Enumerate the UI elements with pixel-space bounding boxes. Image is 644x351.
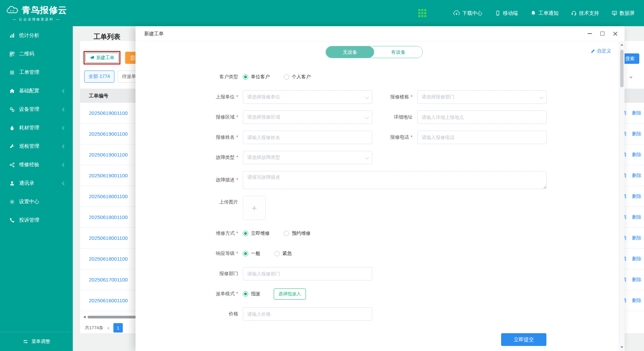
- order-number-link[interactable]: 20250618001100: [89, 256, 128, 262]
- nav-tech-support[interactable]: 技术支持: [571, 10, 599, 16]
- order-number-link[interactable]: 20250618001100: [89, 235, 128, 241]
- priority-radios: 一般 紧急: [243, 251, 547, 257]
- submit-button[interactable]: 立即提交: [501, 333, 546, 346]
- delete-link[interactable]: 删除: [632, 131, 641, 137]
- device-manage-icon: [9, 107, 15, 112]
- sidebar-item-work-orders[interactable]: 工单管理: [0, 63, 73, 82]
- app-logo[interactable]: 青鸟报修云 — 让企业维修更及时 —: [0, 4, 73, 22]
- sidebar-menu-adjust[interactable]: 菜单调整: [0, 332, 73, 351]
- scroll-down-icon[interactable]: [621, 346, 623, 348]
- delete-link[interactable]: 删除: [632, 110, 641, 116]
- chevron-left-icon: [62, 144, 66, 148]
- maximize-icon[interactable]: [600, 31, 605, 36]
- radio-unit-customer[interactable]: 单位客户: [243, 74, 270, 80]
- row-unit-building: 上报单位* 请选择报修单位 报修楼栋* 请选择报修部门: [136, 90, 625, 104]
- delete-link[interactable]: 删除: [632, 214, 641, 220]
- sidebar-item-base-config[interactable]: 基础配置: [0, 82, 73, 100]
- row-repair-mode: 维修方式* 立即维修 预约维修: [136, 227, 625, 240]
- upload-image-button[interactable]: +: [243, 196, 266, 220]
- order-number-link[interactable]: 20250617001100: [89, 277, 128, 282]
- reporter-phone-label: 报修电话*: [372, 134, 417, 140]
- sidebar-item-settings[interactable]: 设置中心: [0, 192, 73, 211]
- building-select[interactable]: 请选择报修部门: [417, 90, 547, 104]
- delete-link[interactable]: 删除: [632, 256, 641, 262]
- sidebar-item-device-manage[interactable]: 设备管理: [0, 100, 73, 119]
- sidebar-item-complaints[interactable]: 投诉管理: [0, 211, 73, 229]
- customize-link[interactable]: 自定义: [591, 48, 611, 54]
- filter-caret-icon[interactable]: [629, 77, 633, 79]
- modal-vertical-scrollbar[interactable]: [619, 41, 625, 351]
- nav-work-order-notify[interactable]: 工单通知: [531, 10, 558, 16]
- clipboard-icon: [130, 55, 136, 60]
- fault-type-label: 故障类型*: [136, 155, 243, 161]
- sidebar-item-qrcode[interactable]: 二维码: [0, 45, 73, 63]
- address-input[interactable]: [417, 111, 547, 124]
- department-input[interactable]: [243, 267, 372, 280]
- report-unit-select[interactable]: 请选择报修单位: [243, 90, 372, 104]
- fault-type-select[interactable]: 请选择故障类型: [243, 151, 372, 164]
- delete-link[interactable]: 删除: [632, 235, 641, 241]
- vertical-scroll-thumb[interactable]: [620, 50, 624, 87]
- order-number-link[interactable]: 20250619001100: [89, 110, 128, 116]
- new-order-label: 新建工单: [96, 55, 114, 61]
- scroll-up-icon[interactable]: [621, 44, 623, 46]
- reporter-phone-input[interactable]: [417, 131, 547, 144]
- delete-link[interactable]: 删除: [632, 152, 641, 158]
- radio-priority-urgent[interactable]: 紧急: [274, 251, 292, 257]
- new-order-button[interactable]: 新建工单: [85, 53, 119, 63]
- price-input[interactable]: [243, 307, 372, 321]
- order-number-link[interactable]: 20250619001100: [89, 152, 128, 158]
- customer-type-label: 客户类型: [136, 74, 243, 80]
- order-number-link[interactable]: 20250618001100: [89, 193, 128, 199]
- tab-with-device[interactable]: 有设备: [374, 46, 423, 58]
- order-number-link[interactable]: 20250616001100: [89, 298, 128, 303]
- radio-scheduled-repair[interactable]: 预约维修: [284, 230, 311, 236]
- row-dispatch-mode: 派单模式* 指派 选择指派人: [136, 287, 625, 301]
- pencil-icon: [591, 49, 595, 53]
- nav-label: 工单通知: [538, 10, 558, 16]
- radio-priority-normal[interactable]: 一般: [243, 251, 260, 257]
- radio-assign[interactable]: 指派: [243, 291, 260, 297]
- nav-data-screen[interactable]: 数据屏: [612, 10, 635, 16]
- new-order-form: 客户类型 单位客户 个人客户 上报单位* 请选择报修单位 报修楼栋* 请选择报修…: [136, 70, 625, 321]
- radio-label: 个人客户: [292, 74, 311, 80]
- sidebar-item-label: 设备管理: [19, 106, 58, 113]
- sidebar-item-consumables[interactable]: 耗材管理: [0, 119, 73, 137]
- mobile-icon: [495, 10, 500, 16]
- close-icon[interactable]: [612, 31, 618, 36]
- sidebar-item-experience[interactable]: 维修经验: [0, 156, 73, 174]
- delete-link[interactable]: 删除: [632, 173, 641, 179]
- device-toggle: 无设备 有设备: [326, 46, 423, 58]
- apps-grid-icon[interactable]: [418, 9, 426, 17]
- app-header: 青鸟报修云 — 让企业维修更及时 — 下载中心 移动端 工单通知 技术支持 数据…: [0, 0, 644, 26]
- row-name-phone: 报修姓名* 报修电话*: [136, 131, 625, 144]
- reporter-name-input[interactable]: [243, 131, 372, 144]
- scroll-left-icon[interactable]: [84, 316, 86, 318]
- choose-assignee-button[interactable]: 选择指派人: [274, 289, 306, 300]
- order-number-link[interactable]: 20250619001100: [89, 131, 128, 137]
- pagination-page-1[interactable]: 1: [113, 323, 123, 333]
- nav-download-center[interactable]: 下载中心: [453, 10, 482, 16]
- tech-support-icon: [571, 10, 577, 16]
- pagination-prev[interactable]: ‹: [107, 324, 109, 332]
- chevron-down-icon: [365, 155, 369, 159]
- sidebar-item-inspection[interactable]: 巡检管理: [0, 137, 73, 156]
- nav-label: 数据屏: [620, 10, 635, 16]
- minimize-icon[interactable]: [587, 31, 592, 36]
- department-label: 报修部门: [136, 271, 243, 277]
- radio-immediate-repair[interactable]: 立即维修: [243, 230, 270, 236]
- order-number-link[interactable]: 20250619001100: [89, 173, 128, 178]
- nav-mobile[interactable]: 移动端: [495, 10, 518, 16]
- radio-personal-customer[interactable]: 个人客户: [284, 74, 311, 80]
- radio-label: 单位客户: [251, 74, 270, 80]
- area-select[interactable]: 请选择报修区域: [243, 111, 372, 124]
- delete-link[interactable]: 删除: [632, 298, 641, 304]
- delete-link[interactable]: 删除: [632, 277, 641, 283]
- sidebar-item-stats[interactable]: 统计分析: [0, 26, 73, 45]
- tab-all[interactable]: 全部·1774: [84, 71, 114, 83]
- fault-desc-textarea[interactable]: [243, 171, 547, 189]
- sidebar-item-contacts[interactable]: 通讯录: [0, 174, 73, 192]
- order-number-link[interactable]: 20250618001100: [89, 214, 128, 220]
- tab-no-device[interactable]: 无设备: [326, 46, 374, 58]
- delete-link[interactable]: 删除: [632, 193, 641, 200]
